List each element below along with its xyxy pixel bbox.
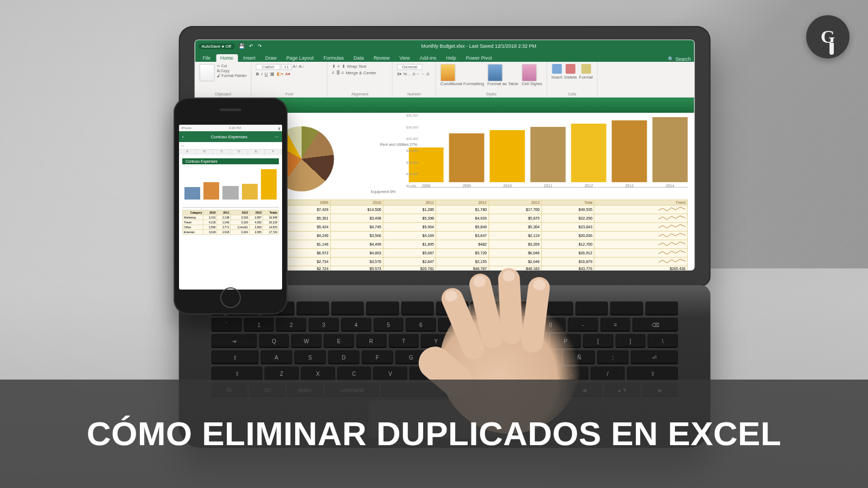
merge-center-button[interactable]: Merge & Center <box>346 70 376 75</box>
decrease-font-icon[interactable]: A↓ <box>299 64 304 70</box>
font-name-select[interactable]: Calibri <box>256 64 280 70</box>
italic-button[interactable]: I <box>261 72 263 76</box>
bold-button[interactable]: B <box>256 72 259 76</box>
align-center-icon[interactable]: ≣ <box>336 70 340 75</box>
excel-titlebar: AutoSave ● Off 💾 ↶ ↷ Monthly Budget.xlsx… <box>195 40 694 52</box>
align-right-icon[interactable]: ≡ <box>342 70 344 75</box>
group-styles: Conditional Formatting Format as Table C… <box>436 62 547 97</box>
pie-label-equip: Equipment 8% <box>371 190 396 194</box>
group-font: Calibri 11 A↑ A↓ B I U ▦ ◧▾ A▾ <box>252 62 328 97</box>
tab-view[interactable]: View <box>395 54 414 62</box>
ribbon: ✂ Cut ⧉ Copy 🖌 Format Painter Clipboard … <box>195 62 694 98</box>
border-button[interactable]: ▦ <box>270 72 275 76</box>
phone-screen: iPhone 3:20 PM ▮ ‹ Contoso Expenses ⋯ fx… <box>179 125 282 290</box>
font-label: Font <box>256 92 323 96</box>
currency-button[interactable]: $▾ <box>397 72 401 76</box>
tab-insert[interactable]: Insert <box>239 54 260 62</box>
redo-icon[interactable]: ↷ <box>258 43 262 49</box>
tab-help[interactable]: Help <box>442 54 461 62</box>
brand-logo: G <box>806 15 850 59</box>
phone-column-headers: ABCDEF <box>179 150 282 155</box>
group-number: General $▾ % , .0→ ←.0 Number <box>393 62 436 97</box>
carrier-label: iPhone <box>181 126 192 130</box>
cell-styles-button[interactable]: Cell Styles <box>522 64 542 86</box>
phone-sheet-title: Contoso Expenses <box>187 134 271 139</box>
undo-icon[interactable]: ↶ <box>249 43 253 49</box>
decrease-decimal-icon[interactable]: ←.0 <box>421 72 429 76</box>
font-size-select[interactable]: 11 <box>282 64 292 70</box>
phone-device: iPhone 3:20 PM ▮ ‹ Contoso Expenses ⋯ fx… <box>174 98 288 314</box>
increase-font-icon[interactable]: A↑ <box>292 64 297 70</box>
font-color-button[interactable]: A▾ <box>285 72 290 76</box>
ribbon-search[interactable]: 🔍 Search <box>668 56 691 62</box>
phone-bar-chart <box>182 164 279 208</box>
cells-label: Cells <box>551 92 592 96</box>
number-label: Number <box>397 92 431 96</box>
tab-draw[interactable]: Draw <box>261 54 281 62</box>
phone-statusbar: iPhone 3:20 PM ▮ <box>179 125 282 131</box>
autosave-toggle[interactable]: AutoSave ● Off <box>199 43 235 49</box>
percent-button[interactable]: % <box>403 72 407 76</box>
tab-addins[interactable]: Add-ins <box>416 54 441 62</box>
bar-chart: $35,000$30,000$25,000$20,000$15,000$10,0… <box>409 117 688 195</box>
copy-button[interactable]: ⧉ Copy <box>217 69 247 73</box>
search-label: Search <box>675 56 691 62</box>
fill-color-button[interactable]: ◧▾ <box>277 72 283 76</box>
comma-button[interactable]: , <box>409 72 410 76</box>
styles-label: Styles <box>441 92 542 96</box>
number-format-select[interactable]: General <box>397 64 422 70</box>
paste-button[interactable] <box>200 64 215 81</box>
format-cells-button[interactable]: Format <box>579 64 592 80</box>
battery-icon: ▮ <box>278 126 280 130</box>
document-title: Monthly Budget.xlsx - Last Saved 12/1/20… <box>421 43 536 49</box>
increase-decimal-icon[interactable]: .0→ <box>412 72 420 76</box>
group-cells: Insert Delete Format Cells <box>547 62 597 97</box>
group-alignment: ⬆≡⬇ Wrap Text ≡≣≡ Merge & Center Alignme… <box>328 62 393 97</box>
group-clipboard: ✂ Cut ⧉ Copy 🖌 Format Painter Clipboard <box>195 62 252 97</box>
status-time: 3:20 PM <box>229 126 241 130</box>
formula-bar[interactable]: fx <box>179 142 282 150</box>
clipboard-label: Clipboard <box>200 92 247 96</box>
ribbon-tabs: File Home Insert Draw Page Layout Formul… <box>195 52 694 62</box>
tab-powerpivot[interactable]: Power Pivot <box>462 54 496 62</box>
tab-formulas[interactable]: Formulas <box>319 54 348 62</box>
format-as-table-button[interactable]: Format as Table <box>487 64 518 86</box>
title-overlay: CÓMO ELIMINAR DUPLICADOS EN EXCEL <box>0 380 868 488</box>
main-heading: CÓMO ELIMINAR DUPLICADOS EN EXCEL <box>87 415 782 452</box>
more-icon[interactable]: ⋯ <box>275 134 279 139</box>
search-icon: 🔍 <box>668 56 674 62</box>
conditional-formatting-button[interactable]: Conditional Formatting <box>441 64 484 86</box>
phone-sheet-banner: Contoso Expenses <box>182 158 279 164</box>
wrap-text-button[interactable]: Wrap Text <box>347 64 367 69</box>
tab-home[interactable]: Home <box>216 54 238 62</box>
tab-review[interactable]: Review <box>369 54 394 62</box>
phone-table: Category2010201120122013TotalsMarketing3… <box>182 210 279 235</box>
delete-cells-button[interactable]: Delete <box>564 64 577 80</box>
align-bottom-icon[interactable]: ⬇ <box>342 64 346 69</box>
alignment-label: Alignment <box>332 92 388 96</box>
align-left-icon[interactable]: ≡ <box>332 70 335 75</box>
save-icon[interactable]: 💾 <box>239 43 245 49</box>
cut-button[interactable]: ✂ Cut <box>217 64 247 68</box>
underline-button[interactable]: U <box>265 72 268 76</box>
insert-cells-button[interactable]: Insert <box>551 64 562 80</box>
align-middle-icon[interactable]: ≡ <box>337 64 340 69</box>
tab-file[interactable]: File <box>199 54 215 62</box>
back-icon[interactable]: ‹ <box>182 134 184 139</box>
phone-app-header: ‹ Contoso Expenses ⋯ <box>179 131 282 142</box>
align-top-icon[interactable]: ⬆ <box>332 64 336 69</box>
tab-data[interactable]: Data <box>349 54 368 62</box>
tab-pagelayout[interactable]: Page Layout <box>282 54 318 62</box>
format-painter-button[interactable]: 🖌 Format Painter <box>217 74 247 78</box>
